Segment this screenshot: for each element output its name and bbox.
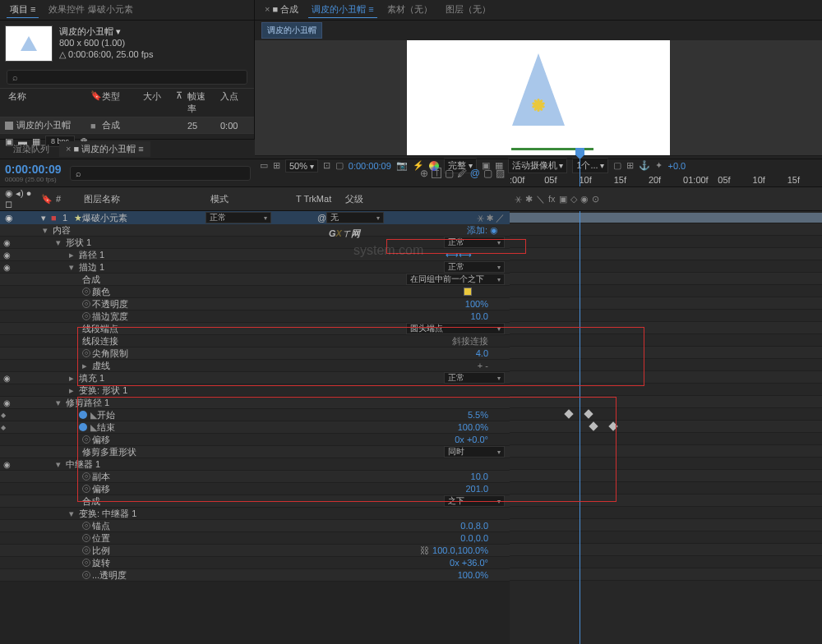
prop-rotation[interactable]: ○旋转0x +36.0° [0, 557, 510, 569]
col-layername[interactable]: 图层名称 [84, 193, 207, 205]
prop-path[interactable]: ◉▸路径 1⟷⟷ [0, 249, 510, 261]
visibility-icon[interactable]: ◉ [5, 213, 16, 223]
stopwatch-icon[interactable]: ○ [82, 300, 90, 308]
timeline-comp-tab[interactable]: × ■ 调皮的小丑帽 ≡ [59, 141, 150, 157]
col-mode[interactable]: 模式 [210, 193, 293, 205]
item-fps: 25 [187, 121, 220, 131]
effects-tab[interactable]: 效果控件 爆破小元素 [45, 2, 136, 18]
prop-copies[interactable]: ○副本10.0 [0, 471, 510, 483]
stopwatch-icon[interactable]: ○ [82, 534, 90, 542]
viewer-tab-comp[interactable]: × ■ 合成 [261, 2, 302, 18]
tool-icon[interactable]: ▨ [496, 168, 505, 179]
prop-miter[interactable]: ○尖角限制4.0 [0, 347, 510, 360]
col-type[interactable]: 类型 [99, 90, 140, 115]
switch-icon[interactable]: ▣ [559, 194, 567, 205]
viewer-tab-active[interactable]: 调皮的小丑帽 ≡ [308, 2, 376, 18]
tool-icon[interactable]: 🖉 [457, 168, 467, 179]
col-in[interactable]: 入点 [217, 90, 242, 115]
comp-name[interactable]: 调皮的小丑帽 ▾ [59, 25, 153, 37]
comp-thumbnail[interactable] [5, 25, 53, 62]
prop-content[interactable]: ▾内容添加: ◉ [0, 224, 510, 237]
project-tab[interactable]: 项目 ≡ [7, 2, 39, 18]
prop-trim-end[interactable]: ◣结束100.0% [0, 421, 510, 434]
switch-icon[interactable]: ⚹ [515, 194, 522, 205]
prop-rep-offset[interactable]: ○偏移201.0 [0, 483, 510, 495]
stopwatch-icon[interactable]: ○ [82, 546, 90, 554]
col-parent[interactable]: 父级 [345, 193, 403, 205]
prop-linejoin[interactable]: 线段连接斜接连接 [0, 335, 510, 347]
blend-mode-dropdown[interactable]: 正常 [206, 212, 271, 223]
switch-icon[interactable]: fx [548, 194, 556, 204]
prop-rep-transform[interactable]: ▾变换: 中继器 1 [0, 508, 510, 520]
prop-position[interactable]: ○位置0.0,0.0 [0, 532, 510, 545]
prop-stroke[interactable]: ◉▾描边 1正常 [0, 261, 510, 274]
timeline-search[interactable]: ⌕ [70, 166, 251, 181]
parent-dropdown[interactable]: 无 [326, 212, 384, 223]
col-label-icon[interactable]: 🔖 [87, 90, 99, 115]
project-item[interactable]: 调皮的小丑帽 ■ 合成 25 0:00 [0, 117, 254, 133]
add-button[interactable]: 添加: ◉ [467, 224, 498, 237]
prop-composite[interactable]: 合成在同组中前一个之下 [0, 274, 510, 286]
col-trkmat[interactable]: T TrkMat [296, 194, 342, 204]
stopwatch-icon[interactable]: ○ [82, 522, 90, 530]
pickwhip-icon[interactable]: @ [317, 213, 326, 223]
prop-trim-offset[interactable]: ○偏移0x +0.0° [0, 434, 510, 446]
tool-icon[interactable]: ⊕ [420, 168, 428, 179]
timecode[interactable]: 0:00:00:09 [5, 163, 62, 176]
switch-icon[interactable]: ✱ [525, 194, 533, 205]
viewer-tab-layer[interactable]: 图层（无） [442, 2, 494, 18]
stopwatch-icon[interactable]: ○ [82, 472, 90, 481]
prop-transform-shape[interactable]: ▸变换: 形状 1 [0, 384, 510, 397]
prop-opacity[interactable]: ○不透明度100% [0, 298, 510, 310]
prop-trim[interactable]: ◉▾修剪路径 1 [0, 397, 510, 409]
stopwatch-icon[interactable]: ○ [82, 571, 90, 579]
color-swatch[interactable] [464, 288, 472, 296]
tool-icon[interactable]: ▢ [445, 168, 454, 179]
viewer-tab-footage[interactable]: 素材（无） [384, 2, 436, 18]
switch-icon[interactable]: ⊙ [592, 194, 599, 205]
col-fps[interactable]: 帧速率 [184, 90, 217, 115]
prop-scale[interactable]: ○比例⛓100.0,100.0% [0, 545, 510, 557]
prop-dashes[interactable]: ▸虚线+ - [0, 360, 510, 372]
item-type: 合成 [102, 119, 143, 131]
render-queue-tab[interactable]: 渲染队列 [7, 141, 56, 157]
tool-icon[interactable]: @ [470, 168, 480, 179]
prop-end-opacity[interactable]: ○...透明度100.0% [0, 569, 510, 582]
switch-icon[interactable]: ◇ [570, 194, 577, 205]
project-search[interactable]: ⌕ [7, 70, 247, 85]
time-ruler[interactable]: :00f05f10f15f20f01:00f05f10f15f [510, 159, 822, 186]
tool-icon[interactable]: 🅃 [432, 168, 441, 179]
prop-shape[interactable]: ◉▾形状 1正常 [0, 237, 510, 249]
prop-repeater[interactable]: ◉▾中继器 1 [0, 458, 510, 471]
prop-strokewidth[interactable]: ○描边宽度10.0 [0, 310, 510, 323]
stopwatch-icon[interactable]: ○ [82, 435, 90, 444]
stopwatch-icon[interactable]: ○ [82, 312, 90, 320]
stopwatch-icon[interactable]: ○ [82, 288, 90, 296]
prop-fill[interactable]: ◉▸填充 1正常 [0, 372, 510, 384]
layer-name[interactable]: 爆破小元素 [82, 212, 206, 224]
canvas-area[interactable] [255, 40, 822, 155]
timeline-tracks[interactable] [510, 211, 822, 644]
col-name[interactable]: 名称 [5, 90, 87, 115]
link-icon[interactable]: ⛓ [420, 545, 429, 555]
stopwatch-active-icon[interactable] [79, 423, 87, 431]
prop-color[interactable]: ○颜色 [0, 286, 510, 298]
prop-trim-start[interactable]: ◣开始5.5% [0, 409, 510, 421]
prop-trim-multi[interactable]: 修剪多重形状同时 [0, 446, 510, 458]
stopwatch-icon[interactable]: ○ [82, 349, 90, 357]
switch-icon[interactable]: ◉ [580, 194, 589, 205]
prop-anchor[interactable]: ○锚点0.0,8.0 [0, 520, 510, 532]
stopwatch-active-icon[interactable] [79, 411, 87, 419]
layer-row[interactable]: ◉ ▾ ■ 1 ★ 爆破小元素 正常 @ 无 ⚹ ✱ ／ [0, 211, 510, 224]
playhead[interactable] [580, 159, 580, 186]
prop-rep-comp[interactable]: 合成之下 [0, 495, 510, 508]
twirl-icon[interactable]: ▾ [41, 213, 51, 223]
viewer-subtab[interactable]: 调皮的小丑帽 [261, 22, 322, 39]
prop-linecap[interactable]: 线段端点圆头端点 [0, 323, 510, 335]
stopwatch-icon[interactable]: ○ [82, 559, 90, 567]
tool-icon[interactable]: ▢ [483, 168, 492, 179]
stopwatch-icon[interactable]: ○ [82, 485, 90, 493]
col-size[interactable]: 大小 [140, 90, 173, 115]
col-num[interactable]: # [56, 194, 81, 204]
switch-icon[interactable]: ＼ [536, 193, 545, 205]
